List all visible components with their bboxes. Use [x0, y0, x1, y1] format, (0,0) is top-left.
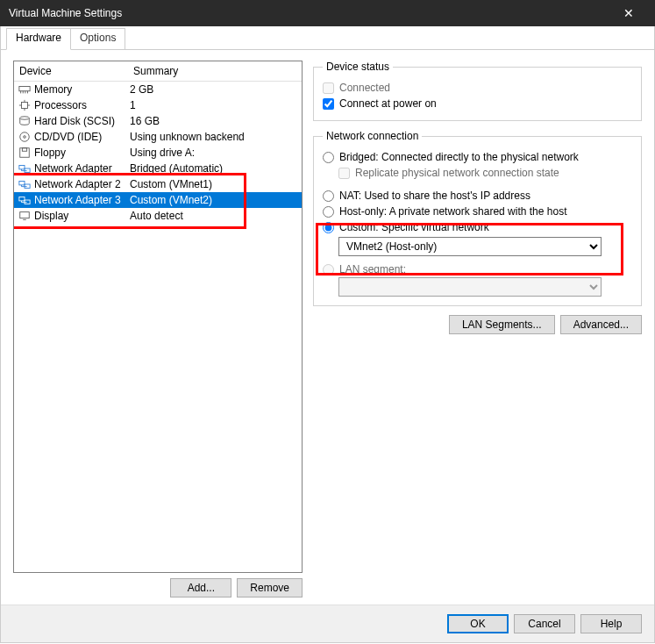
tab-hardware[interactable]: Hardware: [6, 28, 71, 50]
custom-row[interactable]: Custom: Specific virtual network: [323, 219, 632, 235]
nat-row[interactable]: NAT: Used to share the host's IP address: [323, 188, 632, 204]
hostonly-radio[interactable]: [323, 206, 334, 218]
device-row[interactable]: Network AdapterBridged (Automatic): [14, 161, 302, 176]
nat-label: NAT: Used to share the host's IP address: [339, 190, 530, 202]
custom-select-row: VMnet2 (Host-only): [338, 237, 632, 256]
remove-button[interactable]: Remove: [237, 578, 303, 597]
lan-segments-button[interactable]: LAN Segments...: [449, 315, 555, 334]
display-icon: [18, 210, 32, 222]
net-icon: [18, 178, 32, 190]
device-status-group: Device status Connected Connect at power…: [313, 61, 642, 121]
device-summary: 1: [130, 99, 298, 111]
device-list[interactable]: Device Summary Memory2 GBProcessors1Hard…: [13, 61, 303, 573]
custom-vmnet-select[interactable]: VMnet2 (Host-only): [338, 237, 602, 256]
svg-rect-23: [19, 197, 25, 201]
device-rows[interactable]: Memory2 GBProcessors1Hard Disk (SCSI)16 …: [14, 82, 302, 572]
custom-label: Custom: Specific virtual network: [339, 221, 489, 233]
hostonly-row[interactable]: Host-only: A private network shared with…: [323, 204, 632, 219]
net-icon: [18, 194, 32, 206]
connect-poweron-checkbox[interactable]: [323, 98, 334, 110]
svg-rect-27: [20, 212, 30, 218]
device-summary: Using drive A:: [130, 147, 298, 159]
memory-icon: [18, 83, 32, 96]
device-name: Floppy: [34, 147, 66, 159]
advanced-button[interactable]: Advanced...: [560, 315, 642, 334]
svg-point-10: [20, 117, 30, 120]
lanseg-label: LAN segment:: [339, 263, 406, 275]
client-area: Hardware Options Device Summary Memory2 …: [0, 26, 655, 643]
cd-icon: [18, 131, 32, 143]
device-summary: Auto detect: [130, 210, 298, 222]
dialog-footer: OK Cancel Help: [1, 605, 654, 642]
device-name: Network Adapter 2: [34, 178, 121, 190]
device-row[interactable]: Network Adapter 2Custom (VMnet1): [14, 176, 302, 192]
connect-poweron-row[interactable]: Connect at power on: [323, 96, 632, 111]
device-name: Hard Disk (SCSI): [34, 115, 115, 127]
lanseg-select-row: [338, 277, 632, 297]
device-row[interactable]: Hard Disk (SCSI)16 GB: [14, 113, 302, 129]
device-summary: Bridged (Automatic): [130, 162, 298, 175]
network-connection-group: Network connection Bridged: Connected di…: [313, 130, 642, 306]
device-name: Network Adapter: [34, 162, 112, 175]
col-device[interactable]: Device: [19, 65, 133, 77]
cpu-icon: [18, 99, 32, 111]
replicate-label: Replicate physical network connection st…: [355, 167, 559, 179]
device-row[interactable]: DisplayAuto detect: [14, 208, 302, 224]
left-buttons: Add... Remove: [13, 573, 303, 597]
lanseg-row: LAN segment:: [323, 261, 632, 277]
device-summary: Custom (VMnet2): [130, 194, 298, 206]
col-summary[interactable]: Summary: [133, 65, 296, 77]
bridged-label: Bridged: Connected directly to the physi…: [339, 151, 579, 163]
svg-rect-15: [19, 166, 25, 169]
right-buttons: LAN Segments... Advanced...: [313, 315, 642, 334]
device-status-legend: Device status: [323, 61, 393, 73]
device-name: Network Adapter 3: [34, 194, 121, 206]
tab-strip: Hardware Options: [1, 26, 654, 50]
net-icon: [18, 162, 32, 175]
device-name: Processors: [34, 99, 87, 111]
title-bar: Virtual Machine Settings ✕: [0, 0, 655, 26]
connected-checkbox: [323, 82, 334, 94]
custom-radio[interactable]: [323, 222, 334, 233]
right-pane: Device status Connected Connect at power…: [313, 61, 642, 597]
svg-point-12: [24, 136, 26, 139]
svg-rect-5: [22, 103, 28, 109]
device-row[interactable]: CD/DVD (IDE)Using unknown backend: [14, 129, 302, 145]
hostonly-label: Host-only: A private network shared with…: [339, 205, 566, 218]
svg-rect-0: [19, 87, 30, 91]
device-row[interactable]: Memory2 GB: [14, 82, 302, 97]
device-row[interactable]: Processors1: [14, 97, 302, 113]
ok-button[interactable]: OK: [447, 614, 509, 633]
lanseg-select: [338, 277, 602, 297]
device-summary: Custom (VMnet1): [130, 178, 298, 190]
bridged-radio[interactable]: [323, 152, 334, 163]
device-name: Display: [34, 210, 68, 222]
device-row[interactable]: FloppyUsing drive A:: [14, 145, 302, 161]
device-summary: 2 GB: [130, 83, 298, 96]
connected-checkbox-row: Connected: [323, 80, 632, 96]
device-row[interactable]: Network Adapter 3Custom (VMnet2): [14, 192, 302, 208]
nat-radio[interactable]: [323, 190, 334, 202]
help-button[interactable]: Help: [580, 614, 642, 633]
window-title: Virtual Machine Settings: [9, 0, 122, 26]
add-button[interactable]: Add...: [170, 578, 231, 597]
bridged-row[interactable]: Bridged: Connected directly to the physi…: [323, 149, 632, 165]
tab-options[interactable]: Options: [70, 28, 125, 49]
device-summary: 16 GB: [130, 115, 298, 127]
network-connection-legend: Network connection: [323, 130, 422, 142]
settings-body: Device Summary Memory2 GBProcessors1Hard…: [1, 50, 654, 605]
device-name: CD/DVD (IDE): [34, 131, 102, 143]
floppy-icon: [18, 147, 32, 159]
close-icon[interactable]: ✕: [611, 0, 646, 26]
device-list-header: Device Summary: [14, 61, 302, 82]
disk-icon: [18, 115, 32, 127]
replicate-row: Replicate physical network connection st…: [338, 165, 632, 181]
connect-poweron-label: Connect at power on: [339, 97, 437, 110]
device-name: Memory: [34, 83, 72, 96]
svg-rect-14: [22, 148, 26, 152]
replicate-checkbox: [338, 168, 350, 179]
svg-rect-13: [20, 148, 30, 158]
cancel-button[interactable]: Cancel: [514, 614, 575, 633]
left-pane: Device Summary Memory2 GBProcessors1Hard…: [13, 61, 303, 597]
device-summary: Using unknown backend: [130, 131, 298, 143]
